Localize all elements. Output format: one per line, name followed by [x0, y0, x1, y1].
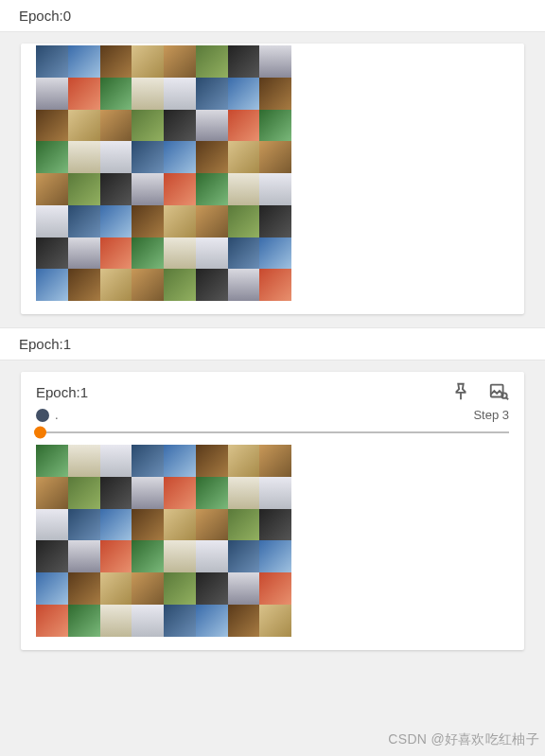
image-tile[interactable] [228, 110, 260, 142]
image-tile[interactable] [196, 445, 228, 477]
image-tile[interactable] [228, 509, 260, 541]
image-tile[interactable] [259, 572, 291, 605]
image-tile[interactable] [36, 78, 68, 110]
image-tile[interactable] [196, 110, 228, 142]
image-tile[interactable] [68, 141, 100, 173]
image-tile[interactable] [196, 78, 228, 110]
image-tile[interactable] [196, 237, 228, 270]
image-tile[interactable] [100, 205, 132, 237]
image-tile[interactable] [228, 269, 260, 301]
image-tile[interactable] [132, 269, 164, 301]
image-tile[interactable] [68, 540, 100, 572]
image-tile[interactable] [164, 78, 196, 110]
image-tile[interactable] [68, 509, 100, 541]
image-tile[interactable] [36, 237, 68, 270]
image-tile[interactable] [100, 445, 132, 477]
image-tile[interactable] [132, 540, 164, 572]
slider-thumb[interactable] [34, 427, 46, 439]
image-tile[interactable] [164, 237, 196, 270]
image-tile[interactable] [68, 269, 100, 301]
image-tile[interactable] [132, 78, 164, 110]
image-tile[interactable] [36, 509, 68, 541]
image-tile[interactable] [68, 572, 100, 605]
image-tile[interactable] [132, 45, 164, 78]
image-tile[interactable] [164, 572, 196, 605]
image-tile[interactable] [259, 477, 291, 509]
image-tile[interactable] [36, 572, 68, 605]
image-tile[interactable] [259, 237, 291, 270]
image-tile[interactable] [100, 78, 132, 110]
image-tile[interactable] [228, 445, 260, 477]
section-header[interactable]: Epoch:1 [0, 327, 545, 360]
image-tile[interactable] [228, 205, 260, 237]
image-tile[interactable] [100, 540, 132, 572]
image-tile[interactable] [164, 445, 196, 477]
image-tile[interactable] [100, 141, 132, 173]
image-tile[interactable] [196, 173, 228, 205]
image-tile[interactable] [196, 269, 228, 301]
image-tile[interactable] [68, 205, 100, 237]
image-tile[interactable] [36, 205, 68, 237]
image-tile[interactable] [196, 572, 228, 605]
image-tile[interactable] [132, 477, 164, 509]
image-search-icon[interactable] [488, 381, 509, 402]
image-tile[interactable] [100, 477, 132, 509]
image-tile[interactable] [228, 605, 260, 637]
image-tile[interactable] [164, 540, 196, 572]
image-tile[interactable] [36, 173, 68, 205]
image-tile[interactable] [259, 605, 291, 637]
image-tile[interactable] [100, 45, 132, 78]
image-tile[interactable] [100, 110, 132, 142]
image-tile[interactable] [259, 540, 291, 572]
image-tile[interactable] [164, 477, 196, 509]
image-tile[interactable] [132, 173, 164, 205]
image-tile[interactable] [68, 78, 100, 110]
image-tile[interactable] [100, 605, 132, 637]
image-tile[interactable] [68, 477, 100, 509]
image-tile[interactable] [196, 141, 228, 173]
image-tile[interactable] [36, 110, 68, 142]
image-tile[interactable] [132, 605, 164, 637]
image-tile[interactable] [100, 572, 132, 605]
image-tile[interactable] [228, 477, 260, 509]
image-tile[interactable] [68, 605, 100, 637]
image-tile[interactable] [164, 45, 196, 78]
image-tile[interactable] [196, 540, 228, 572]
image-tile[interactable] [132, 110, 164, 142]
image-tile[interactable] [259, 45, 291, 78]
image-tile[interactable] [36, 141, 68, 173]
image-tile[interactable] [36, 477, 68, 509]
image-tile[interactable] [36, 45, 68, 78]
image-tile[interactable] [36, 540, 68, 572]
image-tile[interactable] [259, 141, 291, 173]
image-tile[interactable] [68, 45, 100, 78]
image-tile[interactable] [196, 605, 228, 637]
image-tile[interactable] [259, 110, 291, 142]
image-tile[interactable] [228, 540, 260, 572]
image-tile[interactable] [228, 572, 260, 605]
image-tile[interactable] [196, 509, 228, 541]
image-tile[interactable] [164, 509, 196, 541]
section-header[interactable]: Epoch:0 [0, 0, 545, 32]
image-tile[interactable] [132, 509, 164, 541]
image-tile[interactable] [100, 509, 132, 541]
image-tile[interactable] [259, 445, 291, 477]
image-tile[interactable] [228, 237, 260, 270]
image-tile[interactable] [259, 205, 291, 237]
image-tile[interactable] [164, 205, 196, 237]
image-tile[interactable] [228, 141, 260, 173]
image-tile[interactable] [132, 445, 164, 477]
image-tile[interactable] [132, 572, 164, 605]
image-tile[interactable] [100, 237, 132, 270]
image-tile[interactable] [196, 477, 228, 509]
image-tile[interactable] [68, 445, 100, 477]
image-tile[interactable] [228, 45, 260, 78]
image-tile[interactable] [68, 173, 100, 205]
image-tile[interactable] [100, 269, 132, 301]
run-indicator[interactable]: . [36, 408, 59, 422]
image-tile[interactable] [132, 237, 164, 270]
image-tile[interactable] [36, 269, 68, 301]
image-tile[interactable] [164, 269, 196, 301]
image-tile[interactable] [164, 141, 196, 173]
image-tile[interactable] [68, 237, 100, 270]
